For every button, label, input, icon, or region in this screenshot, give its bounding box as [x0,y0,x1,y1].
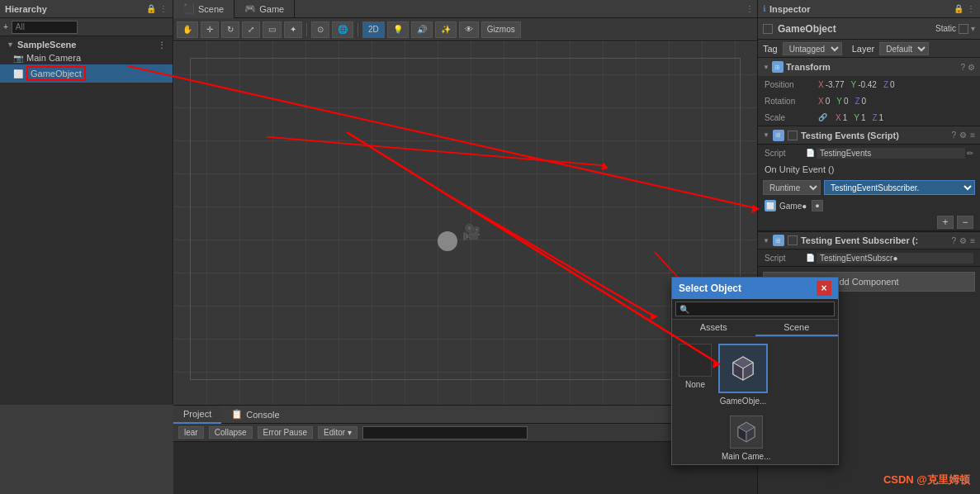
toolbar-rotate-btn[interactable]: ↻ [221,21,239,38]
hierarchy-item-gameobject[interactable]: ⬜ GameObject [0,64,173,83]
active-checkbox[interactable] [763,24,773,34]
popup-close-btn[interactable]: × [817,281,831,296]
sub-gear-icon[interactable]: ⚙ [959,236,967,245]
camera-label: Main Camera [26,53,81,63]
scene-border [190,58,741,380]
scene-root-item[interactable]: ▼ SampleScene ⋮ [0,38,173,51]
plus-btn[interactable]: + [937,216,954,229]
scene-menu-icon[interactable]: ⋮ [158,40,166,50]
popup-item-gameobject[interactable]: GameObje... [718,344,768,406]
console-content [173,442,757,494]
tag-select[interactable]: Untagged [783,42,842,55]
transform-gear-icon[interactable]: ⚙ [968,63,975,72]
static-checkbox[interactable] [959,24,968,34]
minus-btn[interactable]: − [957,216,973,229]
hierarchy-title: Hierarchy [5,4,47,14]
scene-circle-obj [438,231,457,251]
te-extra-icon[interactable]: ≡ [970,131,975,140]
transform-title: Transform [786,62,831,72]
go-dot-btn[interactable]: ● [812,200,822,211]
te-gear-icon[interactable]: ⚙ [959,131,967,140]
subscriber-select[interactable]: TestingEventSubscriber. [824,180,975,195]
scene-tab[interactable]: ⬛ Scene [173,0,234,18]
popup-search-input[interactable] [675,302,835,316]
transform-help-icon[interactable]: ? [960,63,965,72]
sub-help-icon[interactable]: ? [952,236,957,245]
collapse-btn[interactable]: Collapse [209,426,253,439]
console-tab[interactable]: 📋 Console [221,406,289,424]
layer-select[interactable]: Default [879,42,929,55]
project-tab[interactable]: Project [173,406,221,424]
menu-icon[interactable]: ⋮ [159,4,168,13]
toolbar-audio-btn[interactable]: 🔊 [411,21,433,38]
inspector-header: ℹ Inspector 🔒 ⋮ [758,0,980,18]
script-value: TestingEvents [817,148,965,159]
sub-fold: ▼ [763,237,769,245]
add-component-label: dd Component [839,277,898,287]
toolbar-hand-btn[interactable]: ✋ [177,21,198,38]
layer-label: Layer [852,44,875,54]
testing-events-component: ▼ ⊞ Testing Events (Script) ? ⚙ ≡ Script… [758,126,980,231]
scene-tab-icon: ⬛ [183,3,195,14]
sub-active-checkbox[interactable] [788,235,798,245]
scene-tabs: ⬛ Scene 🎮 Game ⋮ [173,0,757,18]
scene-camera-icon: 🎥 [462,223,481,241]
error-pause-btn[interactable]: Error Pause [258,426,313,439]
toolbar-rect-btn[interactable]: ▭ [263,21,282,38]
rotation-row: Rotation X 0 Y 0 Z 0 [758,93,980,109]
scene-more-icon[interactable]: ⋮ [746,4,754,13]
toolbar-effects-btn[interactable]: ✨ [435,21,457,38]
clear-btn[interactable]: lear [178,426,204,439]
center-panel: ⬛ Scene 🎮 Game ⋮ ✋ ✛ ↻ ⤢ ▭ ✦ ⊙ 🌐 2D 💡 🔊 … [173,0,757,494]
transform-component: ▼ ⊞ Transform ? ⚙ Position X -3.77 [758,58,980,126]
static-arrow[interactable]: ▾ [971,24,975,33]
popup-scene-tab[interactable]: Scene [755,320,839,336]
console-search[interactable] [362,426,528,439]
plus-minus-row: + − [758,214,980,230]
none-label: None [685,380,705,389]
hierarchy-search[interactable] [12,21,78,34]
popup-item-none[interactable]: None [679,344,712,406]
toolbar-gizmos-btn[interactable]: Gizmos [481,21,521,38]
sub-script-value: TestingEventSubscr● [817,253,973,264]
editor-btn[interactable]: Editor ▾ [318,426,357,439]
pos-z-value: 0 [890,80,895,89]
toolbar-move-btn[interactable]: ✛ [201,21,219,38]
script-edit-icon[interactable]: ✏ [967,149,973,158]
select-object-popup: Select Object × Assets Scene None [671,277,839,465]
scale-z-label: Z [872,113,877,122]
te-title: Testing Events (Script) [801,131,899,140]
lock-icon[interactable]: 🔒 [146,4,156,13]
sub-extra-icon[interactable]: ≡ [970,236,975,245]
gameobj-label: GameObje... [720,397,767,406]
tag-layer-row: Tag Untagged Layer Default [758,40,980,58]
popup-item-maincam[interactable]: Main Came... [672,412,838,464]
scale-y-value: 1 [861,113,866,122]
inspector-lock-icon[interactable]: 🔒 [954,4,963,13]
pos-x-value: -3.77 [826,80,845,89]
toolbar-transform-btn[interactable]: ✦ [284,21,302,38]
popup-assets-tab[interactable]: Assets [672,320,755,336]
toolbar-pivot-btn[interactable]: ⊙ [311,21,329,38]
runtime-select[interactable]: Runtime [763,180,821,195]
cube-svg [728,354,758,383]
transform-header[interactable]: ▼ ⊞ Transform ? ⚙ [758,58,980,76]
toolbar-scale-btn[interactable]: ⤢ [242,21,260,38]
subscriber-header[interactable]: ▼ ⊞ Testing Event Subscriber (: ? ⚙ ≡ [758,231,980,249]
game-tab[interactable]: 🎮 Game [234,0,295,18]
toolbar-global-btn[interactable]: 🌐 [332,21,353,38]
on-unity-event-label: On Unity Event () [758,161,980,178]
pos-y-value: -0.42 [858,80,877,89]
inspector-menu-icon[interactable]: ⋮ [967,4,975,13]
te-active-checkbox[interactable] [788,131,798,140]
toolbar-hidden-btn[interactable]: 👁 [459,21,479,38]
hierarchy-item-camera[interactable]: 📷 Main Camera [0,51,173,64]
scale-link-icon: 🔗 [818,113,827,122]
testing-events-header[interactable]: ▼ ⊞ Testing Events (Script) ? ⚙ ≡ [758,126,980,145]
te-help-icon[interactable]: ? [952,131,957,140]
sub-script-file-icon: 📄 [806,254,815,262]
go-icon: ⬜ [765,200,776,211]
rot-z-value: 0 [862,97,867,106]
toolbar-light-btn[interactable]: 💡 [387,21,409,38]
toolbar-2d-btn[interactable]: 2D [362,21,385,38]
